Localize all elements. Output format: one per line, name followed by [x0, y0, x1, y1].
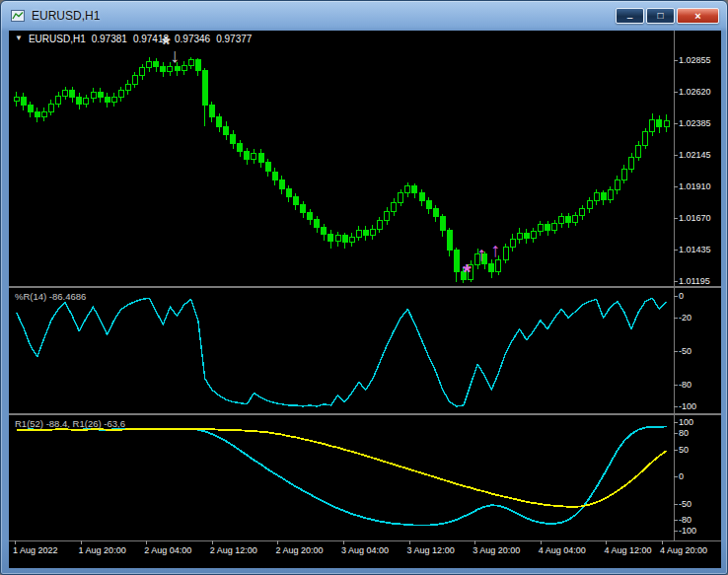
candlestick [454, 251, 459, 272]
price-panel[interactable] [9, 31, 674, 286]
candlestick [265, 163, 270, 172]
price-axis-label: 1.02145 [679, 150, 711, 160]
wpr-line [17, 298, 667, 406]
close-icon: × [694, 11, 700, 22]
time-axis-label: 3 Aug 04:00 [341, 545, 389, 555]
candlestick [77, 97, 82, 104]
candlestick [293, 197, 298, 205]
r1-panel[interactable] [9, 415, 674, 540]
minimize-button[interactable]: – [616, 8, 644, 24]
r1-axis-label: 80 [679, 428, 689, 438]
time-tick [541, 540, 542, 544]
candlestick [552, 224, 557, 231]
title-bar[interactable]: EURUSD,H1 – □ × [1, 1, 727, 31]
candlestick [601, 193, 606, 200]
time-axis-label: 4 Aug 04:00 [539, 545, 586, 555]
candlestick [335, 236, 340, 241]
candlestick [419, 193, 424, 201]
candlestick [405, 186, 410, 193]
candlestick [503, 248, 508, 259]
candlestick [182, 65, 186, 70]
candlestick [517, 233, 522, 240]
candlestick [433, 209, 438, 217]
axis-tick [674, 504, 678, 505]
time-axis[interactable]: 1 Aug 20221 Aug 20:002 Aug 04:002 Aug 12… [9, 541, 721, 568]
candlestick [657, 119, 662, 126]
candlestick [475, 254, 480, 265]
ohlc-close: 0.97377 [216, 34, 252, 44]
time-tick [409, 540, 410, 544]
axis-tick [674, 155, 678, 156]
candlestick [392, 202, 397, 211]
time-axis-label: 2 Aug 04:00 [144, 545, 191, 555]
wpr-axis-label: -50 [679, 346, 692, 356]
close-button[interactable]: × [677, 8, 719, 24]
axis-tick [674, 433, 678, 434]
candlestick [21, 97, 26, 105]
axis-tick [674, 406, 678, 407]
time-axis-label: 1 Aug 20:00 [79, 545, 126, 555]
r1-axis-label: -50 [679, 499, 692, 509]
r1-axis-label: -80 [679, 515, 692, 525]
time-axis-label: 3 Aug 12:00 [407, 545, 455, 555]
wpr-indicator-label: %R(14) -86.4686 [15, 291, 86, 302]
wpr-axis-label: -20 [679, 313, 692, 323]
candlestick [462, 271, 467, 279]
price-axis-label: 1.01670 [679, 213, 711, 223]
R1(52)-line [17, 426, 667, 525]
candlestick [510, 240, 515, 248]
ohlc-high: 0.97418 [133, 34, 169, 44]
candlestick [98, 92, 103, 97]
axis-tick [674, 351, 678, 352]
mt4-chart-window: EURUSD,H1 – □ × *↓*↑↑ ▼ EURUSD,H1 0.9738… [0, 0, 728, 575]
wpr-panel[interactable] [9, 288, 674, 413]
chart-client-area[interactable]: *↓*↑↑ ▼ EURUSD,H1 0.97381 0.97418 0.9734… [9, 31, 721, 568]
symbol-dropdown-icon[interactable]: ▼ [15, 34, 23, 44]
candlestick [664, 121, 669, 126]
time-axis-label: 2 Aug 20:00 [275, 545, 323, 555]
candlestick [580, 209, 585, 216]
candlestick [28, 106, 33, 112]
axis-tick [674, 60, 678, 61]
price-axis-label: 1.01195 [679, 276, 710, 286]
candlestick [224, 126, 229, 134]
wpr-axis-label: -80 [679, 380, 692, 390]
candlestick [385, 212, 390, 221]
price-axis-label: 1.01910 [679, 181, 711, 191]
candlestick [111, 97, 116, 102]
time-tick [474, 540, 475, 544]
ohlc-low: 0.97346 [175, 34, 210, 44]
candlestick [279, 180, 284, 188]
candlestick [643, 132, 648, 146]
candlestick [363, 230, 368, 235]
price-axis-label: 1.02385 [679, 118, 711, 128]
time-axis-label: 3 Aug 20:00 [473, 545, 520, 555]
candlestick [35, 111, 39, 116]
r1-indicator-label: R1(52) -88.4, R1(26) -63,6 [15, 418, 125, 429]
time-tick [146, 540, 147, 544]
candlestick [63, 91, 68, 96]
axis-tick [674, 281, 678, 282]
candlestick [342, 236, 347, 243]
axis-tick [674, 531, 678, 532]
candlestick [447, 230, 452, 250]
candlestick [587, 201, 592, 209]
candlestick [489, 263, 494, 271]
window-title: EURUSD,H1 [32, 9, 100, 23]
time-tick [606, 540, 607, 544]
candlestick [608, 190, 613, 199]
candlestick [546, 225, 550, 230]
candlestick [14, 97, 19, 101]
restore-button[interactable]: □ [646, 8, 675, 24]
ohlc-label: ▼ EURUSD,H1 0.97381 0.97418 0.97346 0.97… [15, 34, 252, 44]
r1-axis-label: -100 [679, 526, 696, 536]
candlestick [594, 193, 599, 201]
time-axis-label: 1 Aug 2022 [13, 545, 58, 555]
candlestick [175, 66, 180, 70]
candlestick [315, 220, 320, 228]
time-tick [81, 540, 82, 544]
candlestick [231, 134, 236, 143]
price-axis[interactable]: 1.028551.026201.023851.021451.019101.016… [675, 31, 721, 540]
candlestick [370, 229, 375, 236]
axis-tick [674, 450, 678, 451]
